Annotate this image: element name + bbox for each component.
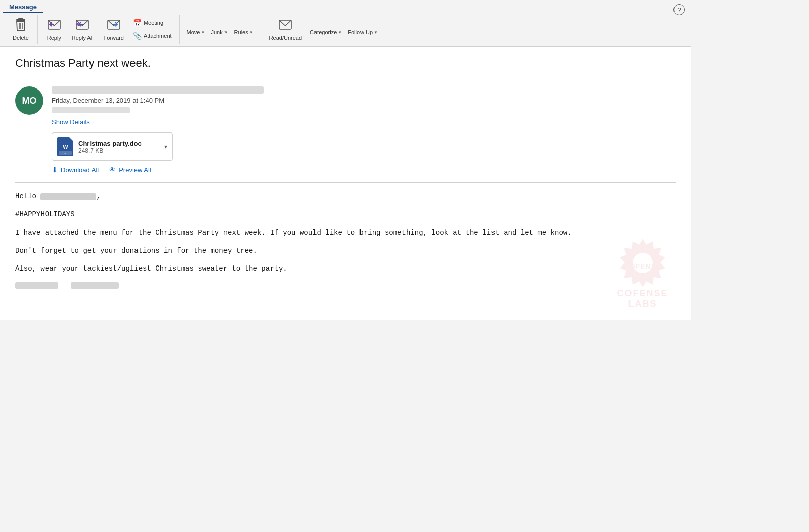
move-button[interactable]: Move ▼ bbox=[184, 21, 208, 38]
ribbon-group-tags: Read/Unread Categorize ▼ bbox=[260, 15, 384, 44]
reply-label: Reply bbox=[47, 34, 61, 41]
sig-name-blurred bbox=[15, 282, 58, 289]
follow-up-button[interactable]: Follow Up ▼ bbox=[345, 21, 380, 38]
delete-icon bbox=[14, 17, 28, 33]
attachment-button[interactable]: 📎 Attachment bbox=[129, 30, 175, 42]
word-icon: W ≡ bbox=[57, 137, 73, 156]
attachment-chevron-icon: ▾ bbox=[164, 143, 167, 150]
reply-all-icon bbox=[75, 17, 89, 33]
avatar: MO bbox=[15, 86, 43, 115]
move-dropdown-arrow: ▼ bbox=[201, 30, 205, 35]
attachment-section: W ≡ Christmas party.doc 248.7 KB ▾ ⬇ Dow… bbox=[52, 132, 676, 174]
watermark: COFENSE COFENSE LABS bbox=[605, 234, 681, 309]
sender-name-blurred bbox=[52, 86, 264, 94]
preview-all-button[interactable]: 👁 Preview All bbox=[109, 166, 151, 174]
categorize-dropdown-arrow: ▼ bbox=[338, 30, 342, 35]
email-subject: Christmas Party next week. bbox=[15, 57, 676, 70]
email-date: Friday, December 13, 2019 at 1:40 PM bbox=[52, 97, 676, 104]
email-meta: MO Friday, December 13, 2019 at 1:40 PM … bbox=[15, 86, 676, 126]
attachment-actions: ⬇ Download All 👁 Preview All bbox=[52, 166, 676, 174]
categorize-label: Categorize bbox=[310, 29, 337, 35]
header-divider bbox=[15, 78, 676, 78]
email-body: Hello , #HAPPYHOLIDAYS I have attached t… bbox=[15, 191, 676, 309]
reply-all-button[interactable]: Reply All bbox=[67, 15, 98, 44]
follow-up-label: Follow Up bbox=[348, 29, 373, 35]
delete-button[interactable]: Delete bbox=[8, 15, 33, 44]
forward-button[interactable]: Forward bbox=[99, 15, 128, 44]
rules-label: Rules bbox=[234, 29, 248, 35]
body-paragraph-2: Don't forget to get your donations in fo… bbox=[15, 245, 676, 257]
svg-text:COFENSE: COFENSE bbox=[624, 262, 662, 271]
email-content: Christmas Party next week. MO Friday, De… bbox=[0, 47, 691, 320]
reply-all-label: Reply All bbox=[72, 34, 94, 41]
help-button[interactable]: ? bbox=[673, 4, 685, 15]
body-divider bbox=[15, 182, 676, 183]
ribbon-group-manage: Move ▼ Junk ▼ bbox=[180, 15, 260, 44]
ribbon: Message ? Del bbox=[0, 0, 691, 47]
read-unread-icon bbox=[278, 17, 292, 33]
forward-icon bbox=[107, 17, 121, 33]
ribbon-group-respond: Reply Reply All bbox=[38, 15, 180, 44]
read-unread-label: Read/Unread bbox=[269, 34, 302, 41]
body-paragraph-1: I have attached the menu for the Christm… bbox=[15, 227, 676, 239]
body-paragraph-3: Also, wear your tackiest/ugliest Christm… bbox=[15, 263, 676, 275]
reply-button[interactable]: Reply bbox=[42, 15, 66, 44]
junk-dropdown-arrow: ▼ bbox=[224, 30, 228, 35]
categorize-button[interactable]: Categorize ▼ bbox=[307, 21, 344, 38]
forward-label: Forward bbox=[104, 34, 124, 41]
meeting-button[interactable]: 📅 Meeting bbox=[129, 17, 175, 29]
attachment-info: Christmas party.doc 248.7 KB bbox=[78, 140, 159, 154]
meeting-label: Meeting bbox=[144, 20, 163, 26]
attachment-name: Christmas party.doc bbox=[78, 140, 159, 147]
meeting-icon: 📅 bbox=[133, 19, 142, 27]
move-label: Move bbox=[187, 29, 200, 35]
delete-label: Delete bbox=[13, 34, 29, 41]
meeting-attachment-group: 📅 Meeting 📎 Attachment bbox=[129, 17, 175, 42]
ribbon-toolbar: Delete Reply bbox=[0, 13, 691, 46]
body-hashtag: #HAPPYHOLIDAYS bbox=[15, 209, 676, 221]
attachment-card[interactable]: W ≡ Christmas party.doc 248.7 KB ▾ bbox=[52, 132, 173, 161]
rules-button[interactable]: Rules ▼ bbox=[232, 21, 256, 38]
junk-label: Junk bbox=[211, 29, 222, 35]
body-greeting: Hello , bbox=[15, 191, 676, 203]
recipient-name-blurred bbox=[40, 193, 96, 200]
sender-details: Friday, December 13, 2019 at 1:40 PM Sho… bbox=[52, 86, 676, 126]
svg-rect-1 bbox=[18, 18, 23, 20]
ribbon-title: Message bbox=[3, 0, 43, 13]
preview-icon: 👁 bbox=[109, 166, 116, 174]
ribbon-group-delete: Delete bbox=[4, 15, 38, 44]
read-unread-button[interactable]: Read/Unread bbox=[264, 15, 306, 44]
attachment-label: Attachment bbox=[144, 33, 172, 39]
recipient-blurred bbox=[52, 107, 130, 113]
rules-dropdown-arrow: ▼ bbox=[249, 30, 253, 35]
body-signature bbox=[15, 281, 676, 293]
attachment-size: 248.7 KB bbox=[78, 147, 159, 154]
download-all-label: Download All bbox=[61, 166, 99, 174]
download-all-button[interactable]: ⬇ Download All bbox=[52, 166, 99, 174]
attachment-icon: 📎 bbox=[133, 32, 142, 40]
show-details-link[interactable]: Show Details bbox=[52, 118, 90, 126]
reply-icon bbox=[47, 17, 61, 33]
preview-all-label: Preview All bbox=[119, 166, 151, 174]
download-icon: ⬇ bbox=[52, 166, 58, 174]
sig-title-blurred bbox=[71, 282, 119, 289]
follow-up-dropdown-arrow: ▼ bbox=[374, 30, 378, 35]
junk-button[interactable]: Junk ▼ bbox=[208, 21, 230, 38]
